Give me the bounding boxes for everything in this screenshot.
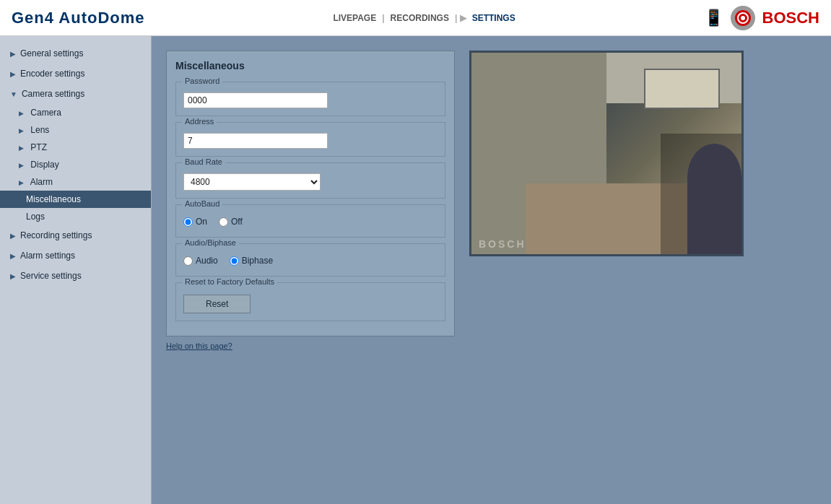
nav-livepage[interactable]: LIVEPAGE	[333, 13, 376, 23]
app-title: Gen4 AutoDome	[12, 9, 145, 27]
audio-label[interactable]: Audio	[183, 256, 218, 266]
audio-text: Audio	[196, 256, 218, 266]
sidebar-label-camera: Camera settings	[22, 89, 84, 99]
cam-watermark: BOSCH	[479, 238, 526, 250]
autobaud-legend: AutoBaud	[182, 199, 222, 208]
nav-bar: LIVEPAGE | RECORDINGS | ▶ SETTINGS	[330, 13, 518, 23]
arrow-icon: ▶	[19, 127, 24, 134]
biphase-radio[interactable]	[230, 256, 239, 266]
sidebar-item-service[interactable]: ▶ Service settings	[0, 266, 151, 286]
autobaud-on-label[interactable]: On	[183, 217, 207, 227]
address-legend: Address	[182, 117, 217, 126]
sidebar: ▶ General settings ▶ Encoder settings ▼ …	[0, 36, 152, 504]
sidebar-label-logs: Logs	[26, 212, 45, 222]
bosch-logo-circle	[731, 6, 755, 30]
arrow-icon: ▶	[10, 252, 16, 260]
sidebar-label-lens: Lens	[30, 125, 49, 135]
sidebar-item-general[interactable]: ▶ General settings	[0, 43, 151, 64]
camera-image: BOSCH	[471, 53, 741, 254]
nav-sep1: |	[382, 13, 384, 23]
sidebar-label-general: General settings	[20, 48, 83, 58]
miscellaneous-panel: Miscellaneous Password Address Baud Rate	[166, 51, 455, 336]
panel-title: Miscellaneous	[175, 60, 445, 74]
nav-settings[interactable]: SETTINGS	[472, 13, 515, 23]
bosch-brand: BOSCH	[762, 9, 819, 27]
sidebar-label-display: Display	[30, 160, 58, 170]
address-input[interactable]	[183, 133, 328, 149]
arrow-icon: ▼	[10, 90, 17, 98]
nav-recordings[interactable]: RECORDINGS	[391, 13, 449, 23]
svg-point-2	[741, 16, 745, 20]
arrow-icon: ▶	[19, 179, 24, 186]
autobaud-radio-group: On Off	[183, 217, 438, 227]
autobaud-off-text: Off	[231, 217, 243, 227]
autobaud-on-text: On	[196, 217, 207, 227]
header: Gen4 AutoDome LIVEPAGE | RECORDINGS | ▶ …	[0, 0, 831, 36]
cam-person	[687, 144, 741, 254]
autobaud-off-radio[interactable]	[219, 217, 228, 227]
arrow-icon: ▶	[10, 70, 16, 78]
audio-biphase-group: Audio/Biphase Audio Biphase	[175, 243, 445, 277]
cam-screen	[644, 69, 720, 109]
reset-group: Reset to Factory Defaults Reset	[175, 282, 445, 321]
password-input[interactable]	[183, 92, 328, 108]
sidebar-item-alarm-settings[interactable]: ▶ Alarm settings	[0, 246, 151, 266]
sidebar-subitem-lens[interactable]: ▶ Lens	[0, 121, 151, 139]
biphase-label[interactable]: Biphase	[230, 256, 273, 266]
arrow-icon: ▶	[19, 162, 24, 169]
password-group: Password	[175, 82, 445, 116]
arrow-icon: ▶	[10, 50, 16, 58]
sidebar-label-recording: Recording settings	[20, 230, 92, 240]
baud-rate-legend: Baud Rate	[182, 157, 225, 166]
autobaud-off-label[interactable]: Off	[219, 217, 243, 227]
main-content: Miscellaneous Password Address Baud Rate	[152, 36, 831, 504]
sidebar-leaf-logs[interactable]: Logs	[0, 208, 151, 225]
sidebar-label-service: Service settings	[20, 271, 82, 281]
help-link[interactable]: Help on this page?	[166, 342, 232, 350]
arrow-icon: ▶	[10, 272, 16, 280]
biphase-text: Biphase	[242, 256, 273, 266]
audio-biphase-radio-group: Audio Biphase	[183, 256, 438, 266]
sidebar-label-ptz: PTZ	[30, 142, 47, 152]
sidebar-item-encoder[interactable]: ▶ Encoder settings	[0, 64, 151, 84]
sidebar-label-alarm: Alarm	[30, 177, 53, 187]
sidebar-subitem-camera[interactable]: ▶ Camera	[0, 104, 151, 121]
sidebar-label-misc: Miscellaneous	[26, 194, 81, 204]
sidebar-label-encoder: Encoder settings	[20, 69, 84, 79]
nav-sep2: | ▶	[455, 13, 466, 23]
form-container: Miscellaneous Password Address Baud Rate	[166, 51, 455, 351]
sidebar-subitem-display[interactable]: ▶ Display	[0, 156, 151, 173]
baud-rate-select[interactable]: 4800 9600 19200 38400 57600 115200	[183, 173, 321, 191]
audio-biphase-legend: Audio/Biphase	[182, 238, 239, 247]
header-icons: 📱 BOSCH	[704, 6, 819, 30]
password-legend: Password	[182, 77, 222, 85]
sidebar-label-camera-sub: Camera	[30, 108, 61, 118]
arrow-icon: ▶	[19, 144, 24, 152]
camera-preview: BOSCH	[469, 51, 744, 256]
arrow-icon: ▶	[19, 110, 24, 117]
sidebar-leaf-miscellaneous[interactable]: Miscellaneous	[0, 191, 151, 208]
address-group: Address	[175, 122, 445, 157]
sidebar-subitem-ptz[interactable]: ▶ PTZ	[0, 139, 151, 156]
audio-radio[interactable]	[183, 256, 193, 266]
arrow-icon: ▶	[10, 232, 16, 240]
phone-icon: 📱	[704, 9, 723, 27]
sidebar-label-alarm-settings: Alarm settings	[20, 251, 75, 261]
sidebar-item-recording[interactable]: ▶ Recording settings	[0, 225, 151, 246]
baud-rate-select-wrap: 4800 9600 19200 38400 57600 115200	[183, 173, 438, 191]
sidebar-subitem-alarm[interactable]: ▶ Alarm	[0, 173, 151, 191]
sidebar-item-camera[interactable]: ▼ Camera settings	[0, 84, 151, 104]
baud-rate-group: Baud Rate 4800 9600 19200 38400 57600 11…	[175, 162, 445, 199]
reset-button[interactable]: Reset	[183, 295, 251, 313]
main-layout: ▶ General settings ▶ Encoder settings ▼ …	[0, 36, 831, 504]
autobaud-on-radio[interactable]	[183, 217, 193, 227]
autobaud-group: AutoBaud On Off	[175, 204, 445, 238]
reset-legend: Reset to Factory Defaults	[182, 277, 277, 286]
